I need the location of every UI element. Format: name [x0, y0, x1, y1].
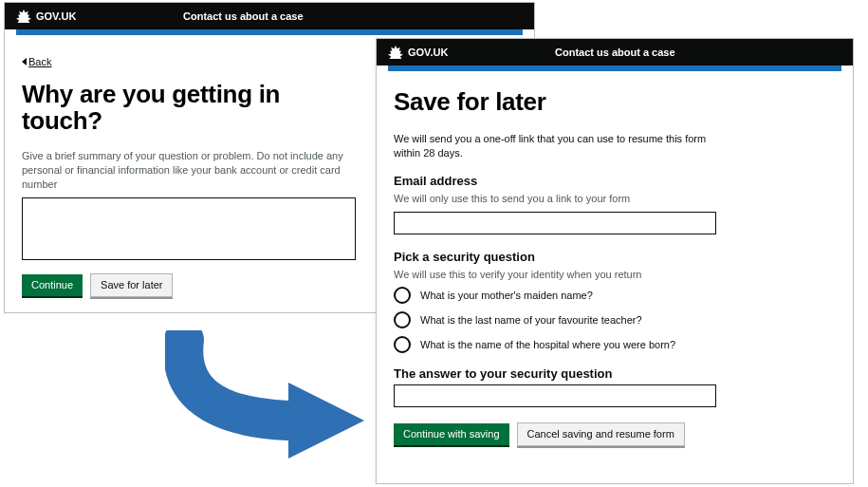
header-bar: GOV.UK Contact us about a case [377, 39, 853, 66]
govuk-logo[interactable]: GOV.UK [388, 46, 448, 59]
cancel-saving-button[interactable]: Cancel saving and resume form [517, 422, 685, 446]
radio-icon [394, 287, 411, 304]
chevron-left-icon [22, 58, 27, 66]
govuk-wordmark: GOV.UK [408, 47, 448, 58]
email-hint: We will only use this to send you a link… [394, 192, 716, 206]
email-field[interactable] [394, 212, 716, 234]
radio-label: What is your mother's maiden name? [420, 290, 593, 301]
svg-marker-0 [288, 383, 364, 459]
flow-arrow-icon [165, 330, 374, 463]
radio-icon [394, 311, 411, 328]
radio-option[interactable]: What is the name of the hospital where y… [394, 336, 836, 353]
govuk-wordmark: GOV.UK [36, 10, 76, 22]
save-for-later-button[interactable]: Save for later [90, 273, 173, 297]
service-name[interactable]: Contact us about a case [183, 10, 304, 22]
summary-textarea[interactable] [22, 197, 356, 260]
header-bar: GOV.UK Contact us about a case [5, 3, 534, 29]
intro-text: We will send you a one-off link that you… [394, 132, 716, 160]
security-question-hint: We will use this to verify your identity… [394, 268, 716, 282]
summary-hint: Give a brief summary of your question or… [22, 149, 344, 192]
back-link[interactable]: Back [22, 56, 51, 67]
page-title: Why are you getting in touch? [22, 81, 325, 134]
answer-field[interactable] [394, 384, 716, 407]
radio-option[interactable]: What is the last name of your favourite … [394, 311, 836, 328]
radio-label: What is the name of the hospital where y… [420, 339, 675, 350]
crown-icon [388, 46, 403, 59]
radio-option[interactable]: What is your mother's maiden name? [394, 287, 836, 304]
continue-with-saving-button[interactable]: Continue with saving [394, 423, 509, 445]
answer-label: The answer to your security question [394, 366, 836, 381]
crown-icon [16, 9, 31, 23]
service-name[interactable]: Contact us about a case [555, 47, 675, 58]
page-title: Save for later [394, 88, 836, 115]
continue-button[interactable]: Continue [22, 274, 83, 296]
form-page-save-for-later: GOV.UK Contact us about a case Save for … [376, 38, 854, 484]
back-link-text: Back [28, 56, 51, 67]
radio-icon [394, 336, 411, 353]
govuk-logo[interactable]: GOV.UK [16, 9, 76, 23]
security-question-label: Pick a security question [394, 250, 836, 264]
email-label: Email address [394, 174, 836, 188]
radio-label: What is the last name of your favourite … [420, 314, 642, 326]
security-question-radios: What is your mother's maiden name? What … [394, 287, 836, 353]
button-row: Continue with saving Cancel saving and r… [394, 422, 836, 446]
